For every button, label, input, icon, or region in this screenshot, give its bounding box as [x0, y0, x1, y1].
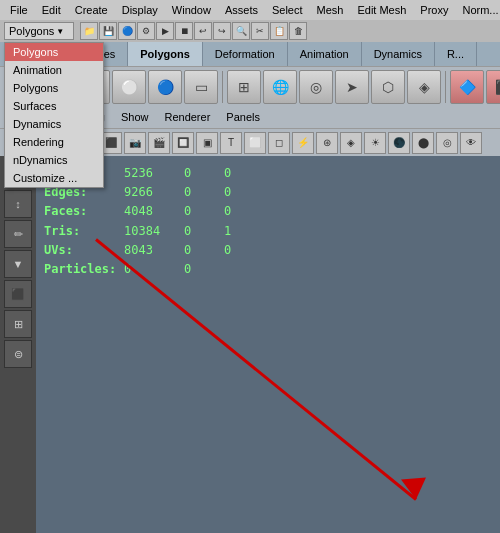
toolbar-icon-12[interactable]: ◻: [268, 132, 290, 154]
tool-ring[interactable]: ◎: [299, 70, 333, 104]
stats-uvs-v2: 0: [184, 241, 224, 260]
dropdown-polygons-active[interactable]: Polygons: [5, 43, 103, 61]
tab-polygons[interactable]: Polygons: [128, 42, 203, 66]
icon-btn-7[interactable]: ↩: [194, 22, 212, 40]
dropdown-polygons2[interactable]: Polygons: [5, 79, 103, 97]
stats-uvs-v1: 8043: [124, 241, 184, 260]
tab-r[interactable]: R...: [435, 42, 477, 66]
toolbar-icon-10[interactable]: T: [220, 132, 242, 154]
toolbar-icon-15[interactable]: ◈: [340, 132, 362, 154]
stats-edges-v2: 0: [184, 183, 224, 202]
menu-renderer[interactable]: Renderer: [158, 109, 216, 125]
tool-misc1[interactable]: ⬡: [371, 70, 405, 104]
svg-marker-1: [401, 478, 426, 500]
tool-torus[interactable]: 🔵: [148, 70, 182, 104]
tool-lattice[interactable]: ⊞: [227, 70, 261, 104]
menu-assets[interactable]: Assets: [219, 2, 264, 18]
main-area: ↖ ↕ ✏ ▼ ⬛ ⊞ ⊜ Verts: 5236 0 0 Edges: 926…: [0, 156, 500, 533]
viewport[interactable]: Verts: 5236 0 0 Edges: 9266 0 0 Faces: 4…: [36, 156, 500, 533]
icon-btn-4[interactable]: ⚙: [137, 22, 155, 40]
icon-btn-3[interactable]: 🔵: [118, 22, 136, 40]
menu-norm[interactable]: Norm...: [456, 2, 500, 18]
stats-edges-v3: 0: [224, 183, 264, 202]
menu-file[interactable]: File: [4, 2, 34, 18]
toolbar-icon-13[interactable]: ⚡: [292, 132, 314, 154]
menu-select[interactable]: Select: [266, 2, 309, 18]
dropdown-surfaces[interactable]: Surfaces: [5, 97, 103, 115]
menu-panels[interactable]: Panels: [220, 109, 266, 125]
toolbar-icon-20[interactable]: 👁: [460, 132, 482, 154]
stats-tris-v1: 10384: [124, 222, 184, 241]
sidebar-paint-tool[interactable]: ✏: [4, 220, 32, 248]
toolbar-icons-small: 📁 💾 🔵 ⚙ ▶ ⏹ ↩ ↪ 🔍 ✂ 📋 🗑: [80, 22, 307, 40]
tool-misc2[interactable]: ◈: [407, 70, 441, 104]
sidebar-misc-tool[interactable]: ⊜: [4, 340, 32, 368]
tab-animation[interactable]: Animation: [288, 42, 362, 66]
toolbar-icon-16[interactable]: ☀: [364, 132, 386, 154]
toolbar-icon-11[interactable]: ⬜: [244, 132, 266, 154]
toolbar-icon-9[interactable]: ▣: [196, 132, 218, 154]
toolbar-icon-14[interactable]: ⊛: [316, 132, 338, 154]
menu-window[interactable]: Window: [166, 2, 217, 18]
tab-dynamics[interactable]: Dynamics: [362, 42, 435, 66]
icon-btn-10[interactable]: ✂: [251, 22, 269, 40]
icon-btn-9[interactable]: 🔍: [232, 22, 250, 40]
stats-faces-label: Faces:: [44, 202, 124, 221]
icon-btn-6[interactable]: ⏹: [175, 22, 193, 40]
sidebar-grid-tool[interactable]: ⊞: [4, 310, 32, 338]
tool-special1[interactable]: 🔷: [450, 70, 484, 104]
tool-sphere[interactable]: ⚪: [112, 70, 146, 104]
toolbar-separator-1: [222, 71, 223, 103]
toolbar-icon-19[interactable]: ◎: [436, 132, 458, 154]
sidebar-move-tool[interactable]: ↕: [4, 190, 32, 218]
toolbar-icon-8[interactable]: 🔲: [172, 132, 194, 154]
menu-create[interactable]: Create: [69, 2, 114, 18]
dropdown-rendering[interactable]: Rendering: [5, 133, 103, 151]
dropdown-ndynamics[interactable]: nDynamics: [5, 151, 103, 169]
icon-btn-12[interactable]: 🗑: [289, 22, 307, 40]
stats-tris-v3: 1: [224, 222, 264, 241]
dropdown-customize[interactable]: Customize ...: [5, 169, 103, 187]
menu-mesh[interactable]: Mesh: [311, 2, 350, 18]
stats-particles-v2: 0: [184, 260, 224, 279]
icon-btn-11[interactable]: 📋: [270, 22, 288, 40]
menu-proxy[interactable]: Proxy: [414, 2, 454, 18]
mode-dropdown-menu: Polygons Animation Polygons Surfaces Dyn…: [4, 42, 104, 188]
dropdown-animation[interactable]: Animation: [5, 61, 103, 79]
toolbar-icon-7[interactable]: 🎬: [148, 132, 170, 154]
stats-verts-v2: 0: [184, 164, 224, 183]
toolbar-icon-17[interactable]: 🌑: [388, 132, 410, 154]
tool-globe[interactable]: 🌐: [263, 70, 297, 104]
stats-verts-v3: 0: [224, 164, 264, 183]
menu-edit-mesh[interactable]: Edit Mesh: [351, 2, 412, 18]
tool-plane[interactable]: ▭: [184, 70, 218, 104]
stats-uvs-label: UVs:: [44, 241, 124, 260]
stats-tris-label: Tris:: [44, 222, 124, 241]
toolbar-icon-18[interactable]: ⬤: [412, 132, 434, 154]
tab-deformation[interactable]: Deformation: [203, 42, 288, 66]
icon-btn-2[interactable]: 💾: [99, 22, 117, 40]
mode-bar: Polygons ▼ 📁 💾 🔵 ⚙ ▶ ⏹ ↩ ↪ 🔍 ✂ 📋 🗑: [0, 20, 500, 42]
stats-particles-v1: 0: [124, 260, 184, 279]
tool-arrow[interactable]: ➤: [335, 70, 369, 104]
sidebar-cube-tool[interactable]: ⬛: [4, 280, 32, 308]
toolbar-icon-6[interactable]: 📷: [124, 132, 146, 154]
menu-show[interactable]: Show: [115, 109, 155, 125]
tool-special2[interactable]: ⬛: [486, 70, 500, 104]
sidebar-cone-tool[interactable]: ▼: [4, 250, 32, 278]
mode-label: Polygons: [9, 25, 54, 37]
icon-btn-5[interactable]: ▶: [156, 22, 174, 40]
menu-bar: File Edit Create Display Window Assets S…: [0, 0, 500, 20]
dropdown-arrow-icon: ▼: [56, 27, 64, 36]
menu-edit[interactable]: Edit: [36, 2, 67, 18]
stats-tris-v2: 0: [184, 222, 224, 241]
baidu-watermark: Baid 🐾 jingyan.baidu.com: [419, 529, 492, 533]
icon-btn-8[interactable]: ↪: [213, 22, 231, 40]
sidebar: ↖ ↕ ✏ ▼ ⬛ ⊞ ⊜: [0, 156, 36, 533]
icon-btn-1[interactable]: 📁: [80, 22, 98, 40]
mode-dropdown[interactable]: Polygons ▼: [4, 22, 74, 40]
menu-display[interactable]: Display: [116, 2, 164, 18]
baidu-logo: Baid 🐾: [421, 529, 492, 533]
dropdown-dynamics[interactable]: Dynamics: [5, 115, 103, 133]
baidu-logo-text: Baid: [421, 529, 465, 533]
